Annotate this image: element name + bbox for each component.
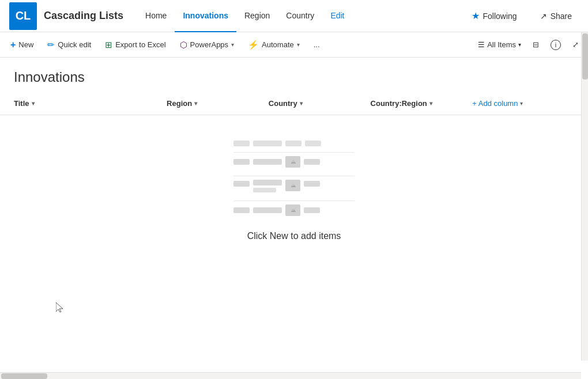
share-icon: ↗ xyxy=(540,12,547,21)
following-label: Following xyxy=(483,12,517,21)
excel-icon: ⊞ xyxy=(105,40,112,50)
export-excel-button[interactable]: ⊞ Export to Excel xyxy=(99,37,171,53)
automate-button[interactable]: ⚡ Automate ▾ xyxy=(242,37,306,53)
title-sort-icon: ▾ xyxy=(32,100,35,107)
list-container: Title ▾ Region ▾ Country ▾ Country:Regio… xyxy=(0,92,588,367)
top-nav: CL Cascading Lists Home Innovations Regi… xyxy=(0,0,588,32)
nav-right-actions: ★ Following ↗ Share xyxy=(465,7,579,25)
nav-links: Home Innovations Region Country Edit xyxy=(137,0,464,32)
scrollbar-track[interactable] xyxy=(581,32,588,361)
nav-link-region[interactable]: Region xyxy=(236,0,278,32)
list-view-icon: ☰ xyxy=(478,40,485,49)
powerapps-icon: ⬡ xyxy=(180,40,187,50)
list-header: Title ▾ Region ▾ Country ▾ Country:Regio… xyxy=(0,92,588,115)
scrollbar-thumb[interactable] xyxy=(582,33,588,79)
site-logo[interactable]: CL xyxy=(9,2,37,30)
region-sort-icon: ▾ xyxy=(194,100,197,107)
new-icon: + xyxy=(10,40,16,50)
nav-link-innovations[interactable]: Innovations xyxy=(175,0,236,32)
empty-illustration: ⛰ ⛰ ⛰ xyxy=(233,138,355,219)
col-header-country-region[interactable]: Country:Region ▾ xyxy=(371,99,473,108)
empty-state: ⛰ ⛰ ⛰ xyxy=(0,115,588,264)
main-content: Innovations Title ▾ Region ▾ Country ▾ C… xyxy=(0,58,588,367)
more-button[interactable]: ... xyxy=(308,37,326,52)
automate-chevron-icon: ▾ xyxy=(297,41,300,48)
col-header-country[interactable]: Country ▾ xyxy=(269,99,371,108)
automate-icon: ⚡ xyxy=(248,40,259,50)
star-icon: ★ xyxy=(472,10,480,21)
pencil-icon: ✏ xyxy=(47,40,55,50)
filter-icon: ⊟ xyxy=(533,40,539,49)
more-icon: ... xyxy=(314,40,320,49)
share-label: Share xyxy=(551,12,572,21)
page-title: Innovations xyxy=(0,58,588,92)
add-column-chevron-icon: ▾ xyxy=(520,100,523,107)
fullscreen-icon: ⤢ xyxy=(572,40,579,49)
nav-link-country[interactable]: Country xyxy=(278,0,322,32)
all-items-label: All Items xyxy=(487,40,516,49)
quick-edit-button[interactable]: ✏ Quick edit xyxy=(42,37,97,53)
nav-link-edit[interactable]: Edit xyxy=(322,0,352,32)
site-title: Cascading Lists xyxy=(44,10,123,22)
powerapps-button[interactable]: ⬡ PowerApps ▾ xyxy=(174,37,240,53)
info-icon: i xyxy=(551,40,561,50)
all-items-chevron-icon: ▾ xyxy=(518,41,521,48)
share-button[interactable]: ↗ Share xyxy=(533,8,579,24)
powerapps-chevron-icon: ▾ xyxy=(231,41,234,48)
country-region-sort-icon: ▾ xyxy=(429,100,432,107)
info-button[interactable]: i xyxy=(546,37,566,53)
toolbar: + New ✏ Quick edit ⊞ Export to Excel ⬡ P… xyxy=(0,32,588,58)
view-selector-button[interactable]: ☰ All Items ▾ xyxy=(473,37,526,52)
toolbar-right: ☰ All Items ▾ ⊟ i ⤢ xyxy=(473,37,583,53)
filter-button[interactable]: ⊟ xyxy=(528,37,544,52)
country-sort-icon: ▾ xyxy=(300,100,303,107)
col-header-title[interactable]: Title ▾ xyxy=(14,99,167,108)
empty-state-message: Click New to add items xyxy=(247,231,341,241)
col-header-region[interactable]: Region ▾ xyxy=(167,99,269,108)
following-button[interactable]: ★ Following xyxy=(465,7,524,25)
col-header-add[interactable]: + Add column ▾ xyxy=(472,99,574,108)
nav-link-home[interactable]: Home xyxy=(137,0,175,32)
new-button[interactable]: + New xyxy=(5,37,39,53)
